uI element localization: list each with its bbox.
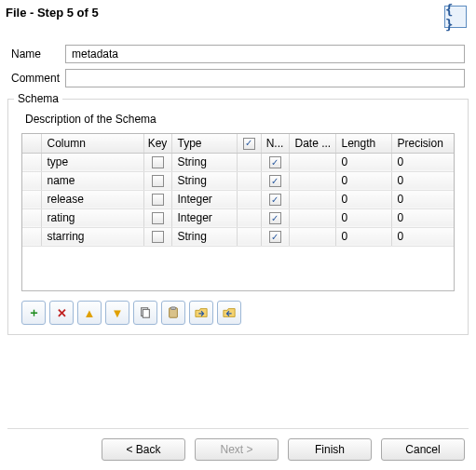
braces-icon: { } <box>444 6 467 28</box>
finish-button[interactable]: Finish <box>288 438 372 461</box>
paste-button[interactable] <box>161 301 185 325</box>
cell-key[interactable] <box>143 208 171 227</box>
cell-date[interactable] <box>289 208 335 227</box>
import-button[interactable] <box>189 301 213 325</box>
col-header-column[interactable]: Column <box>41 134 143 153</box>
table-row[interactable]: starringString✓00 <box>22 227 455 246</box>
col-header-date[interactable]: Date ... <box>289 134 335 153</box>
name-field[interactable] <box>65 45 465 63</box>
cell-type[interactable]: String <box>171 227 237 246</box>
add-button[interactable]: ＋ <box>21 301 46 325</box>
cell-length[interactable]: 0 <box>335 171 391 190</box>
arrow-down-icon: ▼ <box>112 306 124 320</box>
schema-description: Description of the Schema <box>25 113 460 126</box>
cell-date[interactable] <box>289 153 335 171</box>
page-title: File - Step 5 of 5 <box>6 6 99 20</box>
arrow-up-icon: ▲ <box>84 306 96 320</box>
export-button[interactable] <box>217 301 241 325</box>
col-header-type[interactable]: Type <box>171 134 237 153</box>
table-row[interactable]: ratingInteger✓00 <box>22 208 455 227</box>
cancel-button[interactable]: Cancel <box>381 438 465 461</box>
move-down-button[interactable]: ▼ <box>105 301 129 325</box>
cell-n[interactable]: ✓ <box>261 208 289 227</box>
col-header-length[interactable]: Length <box>335 134 391 153</box>
cell-precision[interactable]: 0 <box>391 153 455 171</box>
cell-column[interactable]: name <box>41 171 143 190</box>
plus-icon: ＋ <box>28 304 40 321</box>
cell-column[interactable]: rating <box>41 208 143 227</box>
cell-date[interactable] <box>289 171 335 190</box>
paste-icon <box>167 306 180 319</box>
move-up-button[interactable]: ▲ <box>77 301 102 325</box>
table-row[interactable]: typeString✓00 <box>22 153 455 171</box>
name-label: Name <box>11 47 65 60</box>
cell-length[interactable]: 0 <box>335 153 391 171</box>
cell-precision[interactable]: 0 <box>391 227 455 246</box>
col-header-blank[interactable] <box>22 134 41 153</box>
schema-table: Column Key Type ✓ N... Date ... Length P… <box>21 133 455 291</box>
cell-column[interactable]: release <box>41 190 143 208</box>
cell-column[interactable]: type <box>41 153 143 171</box>
cell-precision[interactable]: 0 <box>391 190 455 208</box>
cell-precision[interactable]: 0 <box>391 208 455 227</box>
copy-icon <box>139 306 152 319</box>
cell-key[interactable] <box>143 153 171 171</box>
delete-button[interactable]: ✕ <box>49 301 74 325</box>
x-icon: ✕ <box>57 306 67 320</box>
col-header-check[interactable]: ✓ <box>237 134 261 153</box>
svg-rect-1 <box>143 310 149 318</box>
table-row[interactable]: releaseInteger✓00 <box>22 190 455 208</box>
folder-out-icon <box>223 306 236 319</box>
comment-label: Comment <box>11 72 65 85</box>
col-header-precision[interactable]: Precision <box>391 134 455 153</box>
cell-date[interactable] <box>289 227 335 246</box>
cell-n[interactable]: ✓ <box>261 190 289 208</box>
cell-type[interactable]: Integer <box>171 190 237 208</box>
back-button[interactable]: < Back <box>102 438 185 461</box>
next-button: Next > <box>195 438 279 461</box>
comment-field[interactable] <box>65 69 465 87</box>
cell-type[interactable]: String <box>171 171 237 190</box>
cell-n[interactable]: ✓ <box>261 153 289 171</box>
col-header-n[interactable]: N... <box>261 134 289 153</box>
cell-n[interactable]: ✓ <box>261 171 289 190</box>
cell-length[interactable]: 0 <box>335 208 391 227</box>
cell-key[interactable] <box>143 190 171 208</box>
svg-rect-3 <box>170 307 175 310</box>
cell-precision[interactable]: 0 <box>391 171 455 190</box>
cell-key[interactable] <box>143 227 171 246</box>
copy-button[interactable] <box>133 301 157 325</box>
cell-n[interactable]: ✓ <box>261 227 289 246</box>
cell-type[interactable]: Integer <box>171 208 237 227</box>
cell-date[interactable] <box>289 190 335 208</box>
cell-length[interactable]: 0 <box>335 190 391 208</box>
cell-type[interactable]: String <box>171 153 237 171</box>
schema-legend: Schema <box>14 92 62 105</box>
table-row[interactable]: nameString✓00 <box>22 171 455 190</box>
cell-key[interactable] <box>143 171 171 190</box>
cell-column[interactable]: starring <box>41 227 143 246</box>
cell-length[interactable]: 0 <box>335 227 391 246</box>
col-header-key[interactable]: Key <box>143 134 171 153</box>
folder-in-icon <box>195 306 208 319</box>
